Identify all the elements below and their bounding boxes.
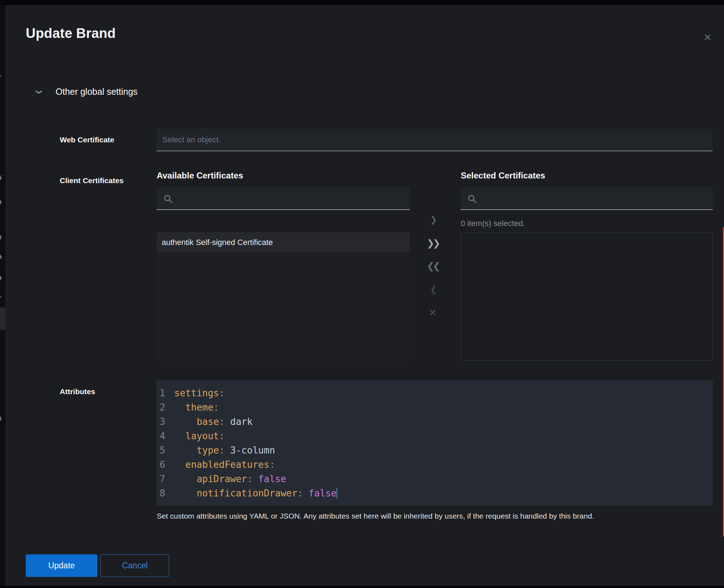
close-icon[interactable]: ✕ (699, 30, 716, 45)
text-cursor (337, 488, 337, 499)
code-line: 3 base: dark (157, 415, 713, 429)
code-text: theme: (174, 400, 219, 415)
code-line: 6 enabledFeatures: (157, 457, 713, 472)
code-text: notificationDrawer: false (174, 486, 337, 500)
attributes-code-editor[interactable]: 1settings:2 theme:3 base: dark4 layout:5… (157, 380, 713, 506)
line-number: 4 (157, 429, 165, 443)
line-number: 5 (157, 443, 165, 457)
background-sidebar-sliver: ✓❯❯❯❯❯✓❯ (0, 5, 5, 586)
available-certificates-heading: Available Certificates (157, 171, 243, 181)
available-list: authentik Self-signed Certificate (157, 232, 410, 361)
update-button[interactable]: Update (26, 554, 97, 577)
cancel-button[interactable]: Cancel (101, 554, 169, 577)
code-line: 8 notificationDrawer: false (157, 486, 713, 500)
update-brand-modal: Update Brand ✕ ❯ Other global settings W… (5, 5, 724, 586)
sidebar-item-icon[interactable]: ✓ (0, 294, 5, 302)
transfer-remove-button[interactable]: ❮ (423, 283, 444, 296)
code-line: 1settings: (157, 386, 713, 400)
line-number: 3 (157, 415, 165, 429)
sidebar-separator (0, 268, 5, 268)
sidebar-separator (0, 291, 5, 291)
sidebar-item-icon[interactable]: ❯ (0, 415, 5, 422)
sidebar-item-icon[interactable]: ❯ (0, 253, 5, 260)
selected-list[interactable] (461, 232, 713, 361)
line-number: 2 (157, 400, 165, 415)
sidebar-separator (0, 408, 5, 409)
sidebar-active-item[interactable] (0, 308, 5, 330)
sidebar-separator (0, 67, 5, 67)
selected-certificates-heading: Selected Certificates (461, 171, 545, 181)
line-number: 1 (157, 386, 165, 400)
section-other-global-settings[interactable]: ❯ Other global settings (37, 87, 138, 97)
attributes-label: Attributes (60, 387, 95, 396)
chevron-down-icon: ❯ (36, 89, 43, 94)
code-text: enabledFeatures: (174, 457, 275, 472)
sidebar-separator (0, 307, 5, 307)
section-label: Other global settings (55, 87, 137, 97)
client-certificates-label: Client Certificates (60, 176, 124, 185)
code-text: settings: (174, 386, 225, 400)
code-text: layout: (174, 429, 225, 443)
page: ✓❯❯❯❯❯✓❯ Update Brand ✕ ❯ Other global s… (0, 0, 724, 588)
sidebar-separator (0, 245, 5, 245)
code-line: 2 theme: (157, 400, 713, 415)
transfer-add-all-button[interactable]: ❯❯ (423, 237, 444, 250)
sidebar-separator (0, 330, 5, 331)
code-line: 5 type: 3-column (157, 443, 713, 457)
web-certificate-label: Web Certificate (60, 136, 114, 144)
page-title: Update Brand (26, 26, 116, 41)
code-line: 4 layout: (157, 429, 713, 443)
transfer-remove-all-button[interactable]: ❮❮ (423, 260, 444, 273)
sidebar-separator (0, 221, 5, 222)
sidebar-separator (0, 432, 5, 432)
line-number: 6 (157, 457, 165, 472)
web-certificate-input[interactable] (157, 129, 713, 151)
available-search-input[interactable] (157, 187, 410, 210)
attributes-help-text: Set custom attributes using YAML or JSON… (157, 512, 704, 520)
list-item[interactable]: authentik Self-signed Certificate (157, 232, 410, 253)
transfer-clear-button[interactable]: ✕ (423, 306, 444, 319)
code-text: type: 3-column (174, 443, 275, 457)
selected-count-status: 0 item(s) selected. (461, 219, 525, 228)
sidebar-item-icon[interactable]: ❯ (0, 199, 5, 206)
sidebar-item-icon[interactable]: ❯ (0, 274, 5, 281)
code-text: apiDrawer: false (174, 472, 286, 486)
selected-search-input[interactable] (461, 187, 713, 210)
sidebar-item-icon[interactable]: ✓ (0, 73, 5, 80)
line-number: 7 (157, 472, 165, 486)
sidebar-item-icon[interactable]: ❯ (0, 234, 5, 241)
code-text: base: dark (174, 415, 253, 429)
line-number: 8 (157, 486, 165, 500)
code-line: 7 apiDrawer: false (157, 472, 713, 486)
sidebar-item-icon[interactable]: ❯ (0, 174, 5, 181)
transfer-add-button[interactable]: ❯ (423, 213, 444, 226)
